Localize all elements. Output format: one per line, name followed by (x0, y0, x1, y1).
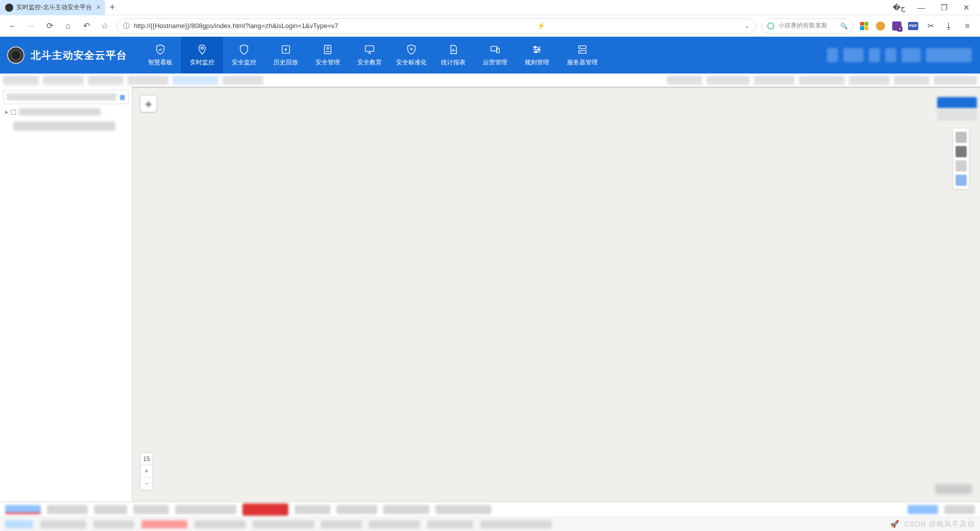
bottom-tab-active-redacted[interactable] (5, 505, 41, 514)
subbar-item-redacted[interactable] (667, 76, 702, 85)
subbar-item-redacted[interactable] (894, 76, 929, 85)
ext-cut-icon[interactable]: ✂ (924, 19, 937, 33)
layer-btn-redacted[interactable] (955, 175, 967, 186)
subbar-item-redacted[interactable] (934, 76, 977, 85)
layer-btn-redacted[interactable] (955, 146, 967, 157)
subbar-item-redacted[interactable] (754, 76, 795, 85)
svg-rect-5 (491, 46, 497, 51)
nav-safeedu[interactable]: 安全教育 (349, 37, 390, 74)
status-item-redacted (253, 520, 314, 528)
window-close-icon[interactable]: ✕ (959, 3, 974, 12)
report-icon (448, 44, 459, 55)
tree-toggle-icon[interactable]: ▸ (5, 108, 8, 115)
nav-server[interactable]: 服务器管理 (558, 37, 607, 74)
subbar-item-redacted[interactable] (3, 76, 39, 85)
browser-addressbar: ← → ⟳ ⌂ ↶ ☆ ⓘ http://{{Hostname}}/808gps… (0, 15, 980, 37)
nav-undo-icon[interactable]: ↶ (80, 19, 93, 33)
bottom-tab-redacted[interactable] (175, 505, 236, 514)
search-go-icon[interactable]: ▦ (119, 93, 125, 101)
bottom-tab-redacted[interactable] (336, 505, 377, 514)
layer-btn-redacted[interactable] (955, 132, 967, 143)
subbar-item-redacted[interactable] (43, 76, 84, 85)
url-field[interactable]: ⓘ http://{{Hostname}}/808gps/index.html?… (116, 18, 756, 34)
new-tab-button[interactable]: + (105, 2, 119, 13)
bottom-tabs (0, 501, 980, 517)
site-info-icon[interactable]: ⓘ (123, 21, 130, 31)
subbar-item-redacted[interactable] (849, 76, 890, 85)
bottom-action-redacted[interactable] (908, 505, 938, 514)
nav-history[interactable]: 历史回放 (265, 37, 307, 74)
bottom-tab-redacted[interactable] (94, 505, 127, 514)
ext-pdf-icon[interactable]: PDF (908, 20, 919, 32)
nav-live[interactable]: 实时监控 (181, 37, 223, 74)
nav-forward-icon[interactable]: → (24, 19, 38, 33)
subbar-item-redacted[interactable] (799, 76, 845, 85)
bottom-tab-alert-redacted[interactable] (242, 503, 288, 516)
tree-child-redacted[interactable] (3, 120, 129, 132)
nav-home-icon[interactable]: ⌂ (61, 19, 75, 33)
tree-root-redacted[interactable]: ▸ ☐ (3, 107, 129, 117)
map-type-option-redacted[interactable] (937, 97, 977, 108)
bottom-tab-redacted[interactable] (295, 505, 330, 514)
nav-dashboard[interactable]: 智慧看板 (139, 37, 181, 74)
left-panel: ▦ ▸ ☐ (0, 87, 133, 501)
search-text-redacted (7, 93, 116, 101)
status-item-redacted (194, 520, 246, 528)
map-zoom-control: 15 + − (140, 452, 153, 490)
vehicle-search-input[interactable]: ▦ (3, 90, 129, 104)
nav-safestd[interactable]: 安全标准化 (390, 37, 432, 74)
svg-point-7 (534, 46, 536, 48)
ext-download-icon[interactable]: ⭳ (942, 19, 955, 33)
bottom-tab-redacted[interactable] (383, 505, 429, 514)
tab-close-icon[interactable]: × (95, 4, 102, 11)
nav-ops[interactable]: 运营管理 (474, 37, 516, 74)
nav-safemgr[interactable]: 安全管理 (307, 37, 349, 74)
url-ai-icon[interactable]: ⚡ (537, 22, 545, 30)
header-item-redacted[interactable] (901, 48, 921, 62)
nav-stats[interactable]: 统计报表 (432, 37, 474, 74)
server-icon (577, 44, 588, 55)
header-item-redacted[interactable] (827, 48, 838, 62)
ext-cookie-icon[interactable] (875, 20, 886, 32)
subbar-item-redacted[interactable] (223, 76, 263, 85)
zoom-out-button[interactable]: − (140, 477, 153, 490)
status-bar: 🚀 CSDN @晚风不及你 (0, 517, 980, 531)
tab-favicon (5, 4, 13, 12)
bottom-tab-redacted[interactable] (47, 505, 88, 514)
nav-back-icon[interactable]: ← (6, 19, 19, 33)
subbar-item-redacted[interactable] (88, 76, 124, 85)
window-maximize-icon[interactable]: ❐ (936, 3, 951, 12)
zoom-in-button[interactable]: + (140, 465, 153, 477)
nav-safety[interactable]: 安全监控 (223, 37, 265, 74)
bottom-action-redacted[interactable] (944, 505, 975, 514)
map-type-option-redacted[interactable] (937, 109, 977, 120)
status-item-redacted (480, 520, 552, 528)
nav-favorite-icon[interactable]: ☆ (98, 19, 111, 33)
url-dropdown-icon[interactable]: ⌄ (744, 22, 750, 30)
ext-purple-icon[interactable] (891, 20, 902, 32)
nav-rules[interactable]: 规则管理 (516, 37, 558, 74)
nav-refresh-icon[interactable]: ⟳ (43, 19, 56, 33)
map-layer-toggle-icon[interactable]: ◈ (140, 95, 157, 112)
extensions-icon[interactable]: �چ (891, 3, 906, 12)
zoom-level: 15 (140, 453, 153, 465)
svg-point-9 (535, 51, 537, 53)
bottom-tab-redacted[interactable] (133, 505, 169, 514)
subbar-item-redacted[interactable] (706, 76, 750, 85)
window-minimize-icon[interactable]: — (914, 3, 929, 12)
ext-microsoft-icon[interactable] (859, 20, 870, 32)
search-icon[interactable]: 🔍 (840, 22, 848, 30)
header-user-redacted[interactable] (926, 48, 972, 62)
subbar-item-redacted[interactable] (128, 76, 168, 85)
browser-search-field[interactable]: 小孩界的劳斯莱斯 🔍 (762, 18, 853, 34)
header-item-redacted[interactable] (885, 48, 896, 62)
subbar-item-active-redacted[interactable] (173, 76, 218, 85)
sub-toolbar (0, 74, 980, 87)
header-item-redacted[interactable] (843, 48, 864, 62)
bottom-tab-redacted[interactable] (435, 505, 492, 514)
layer-btn-redacted[interactable] (955, 160, 967, 172)
browser-menu-icon[interactable]: ≡ (961, 19, 974, 33)
browser-tab[interactable]: 实时监控-北斗主动安全平台 × (0, 0, 105, 15)
map-canvas[interactable]: ◈ 15 + − (133, 87, 980, 501)
header-item-redacted[interactable] (869, 48, 880, 62)
